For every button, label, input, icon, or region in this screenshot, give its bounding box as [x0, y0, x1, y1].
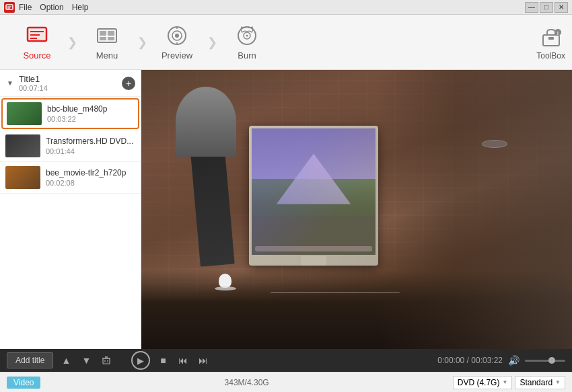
- menu-file[interactable]: File: [19, 3, 32, 12]
- clip-list: bbc-blue_m480p 00:03:22 Transformers.HD …: [0, 97, 141, 349]
- main-content: ▼ Title1 00:07:14 + bbc-blue_m480p 00:03…: [0, 70, 572, 349]
- preview-area: [141, 70, 572, 349]
- svg-rect-9: [100, 31, 106, 36]
- menu-nav-icon: [95, 24, 119, 48]
- status-bar: Video 343M/4.30G DVD (4.7G) Standard: [0, 372, 572, 392]
- title-bar: File Option Help — □ ✕: [0, 0, 572, 15]
- clip-item[interactable]: Transformers.HD DVD... 00:01:44: [0, 130, 141, 162]
- player-controls: Add title ▲ ▼ ▶ ■ ⏮ ⏭ 0:00:00 / 00:03:22…: [0, 349, 572, 372]
- close-button[interactable]: ✕: [555, 2, 568, 13]
- svg-rect-25: [103, 358, 110, 364]
- nav-burn-label: Burn: [238, 50, 256, 61]
- time-current: 0:00:00: [437, 356, 464, 365]
- disc-type-select[interactable]: DVD (4.7G): [453, 376, 513, 389]
- nav-menu[interactable]: Menu: [77, 19, 137, 66]
- collapse-button[interactable]: ▼: [5, 79, 15, 88]
- nav-preview-label: Preview: [162, 50, 192, 61]
- saucer: [215, 286, 236, 290]
- nav-bar: Source ❯ Menu ❯ Preview ❯: [0, 15, 572, 70]
- nav-source[interactable]: Source: [7, 19, 67, 66]
- prev-button[interactable]: ⏮: [176, 353, 190, 368]
- play-button[interactable]: ▶: [131, 351, 150, 370]
- delete-button[interactable]: [99, 353, 114, 368]
- nav-preview[interactable]: Preview: [147, 19, 207, 66]
- person-silhouette: [378, 70, 572, 349]
- monitor: [249, 126, 378, 266]
- svg-rect-11: [100, 37, 106, 40]
- svg-rect-21: [543, 35, 559, 46]
- disc-type-value: DVD (4.7G): [458, 378, 500, 387]
- source-icon: [25, 24, 49, 48]
- quality-value: Standard: [520, 378, 552, 387]
- svg-text:!: !: [557, 31, 558, 36]
- clip-info: bee_movie-tlr2_h720p 00:02:08: [46, 168, 126, 187]
- svg-point-15: [175, 34, 179, 38]
- clip-duration: 00:03:22: [47, 115, 107, 123]
- monitor-screen: [252, 128, 376, 255]
- menu-help[interactable]: Help: [72, 3, 89, 12]
- nav-arrow-2: ❯: [137, 19, 147, 66]
- svg-rect-10: [108, 31, 114, 36]
- nav-burn[interactable]: Burn: [217, 19, 277, 66]
- clip-info: Transformers.HD DVD... 00:01:44: [46, 136, 133, 155]
- clip-item[interactable]: bbc-blue_m480p 00:03:22: [1, 98, 139, 129]
- add-clip-button[interactable]: +: [122, 77, 135, 90]
- file-size: 343M/4.30G: [48, 378, 444, 387]
- title-row: ▼ Title1 00:07:14 +: [0, 70, 141, 97]
- nav-arrow-1: ❯: [67, 19, 77, 66]
- svg-rect-7: [28, 28, 46, 41]
- svg-point-20: [246, 35, 248, 37]
- menu-option[interactable]: Option: [40, 3, 63, 12]
- clip-item[interactable]: bee_movie-tlr2_h720p 00:02:08: [0, 162, 141, 194]
- window-controls: — □ ✕: [525, 2, 568, 13]
- clip-name: bee_movie-tlr2_h720p: [46, 168, 126, 178]
- clip-name: bbc-blue_m480p: [47, 104, 107, 114]
- clip-thumbnail: [5, 166, 40, 189]
- next-button[interactable]: ⏭: [196, 353, 211, 368]
- preview-nav-icon: [165, 24, 189, 48]
- nav-arrow-3: ❯: [207, 19, 217, 66]
- toolbox-label: ToolBox: [536, 51, 565, 61]
- disc-type-selector: DVD (4.7G) Standard: [453, 376, 565, 389]
- clip-info: bbc-blue_m480p 00:03:22: [47, 104, 107, 123]
- title-name: Title1: [19, 74, 122, 84]
- left-panel: ▼ Title1 00:07:14 + bbc-blue_m480p 00:03…: [0, 70, 141, 349]
- clip-duration: 00:01:44: [46, 147, 133, 155]
- nav-source-label: Source: [23, 50, 50, 61]
- clip-name: Transformers.HD DVD...: [46, 136, 133, 146]
- video-badge: Video: [7, 377, 40, 389]
- nav-toolbox[interactable]: ! ToolBox: [536, 24, 565, 61]
- volume-slider[interactable]: [525, 360, 565, 362]
- nav-menu-label: Menu: [96, 50, 118, 61]
- minimize-button[interactable]: —: [525, 2, 538, 13]
- svg-rect-12: [108, 37, 114, 40]
- clip-duration: 00:02:08: [46, 179, 126, 187]
- app-icon: [4, 2, 15, 13]
- svg-rect-22: [548, 37, 554, 40]
- maximize-button[interactable]: □: [540, 2, 553, 13]
- time-total: 00:03:22: [471, 356, 503, 365]
- lamp-head: [176, 87, 236, 157]
- quality-select[interactable]: Standard: [515, 376, 565, 389]
- burn-nav-icon: [235, 24, 259, 48]
- clip-thumbnail: [5, 134, 40, 157]
- volume-icon[interactable]: 🔊: [508, 355, 520, 366]
- menu-bar: File Option Help: [19, 3, 88, 12]
- glasses: [482, 140, 507, 148]
- video-frame: [141, 70, 572, 349]
- move-up-button[interactable]: ▲: [59, 353, 73, 368]
- add-title-button[interactable]: Add title: [7, 352, 53, 368]
- title-info: Title1 00:07:14: [19, 74, 122, 92]
- time-display: 0:00:00 / 00:03:22: [437, 356, 503, 365]
- stop-button[interactable]: ■: [155, 353, 170, 368]
- title-duration: 00:07:14: [19, 84, 122, 92]
- toolbox-icon: !: [538, 24, 565, 51]
- cup: [219, 274, 231, 288]
- move-down-button[interactable]: ▼: [79, 353, 94, 368]
- clip-thumbnail: [7, 102, 42, 125]
